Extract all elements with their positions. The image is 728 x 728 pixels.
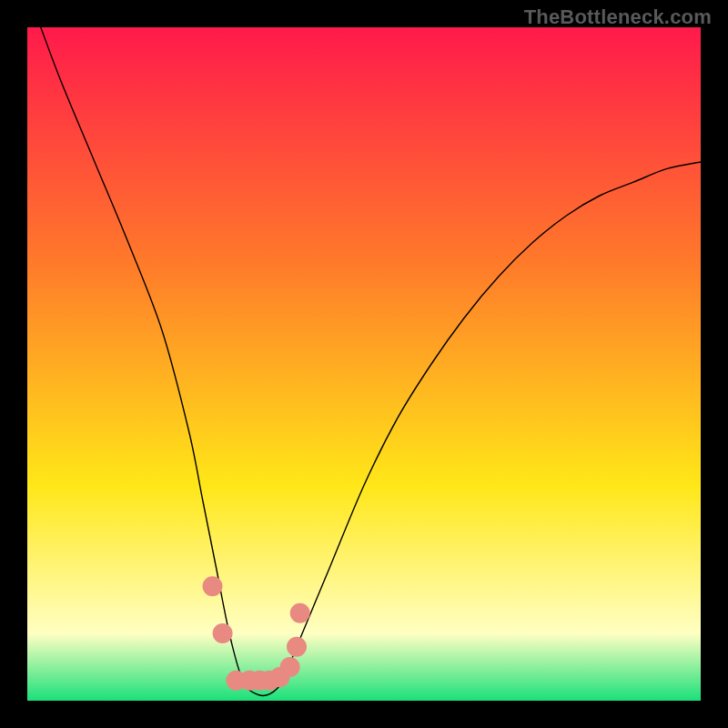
plot-area — [27, 27, 701, 701]
gradient-background — [27, 27, 701, 701]
chart-frame: TheBottleneck.com — [0, 0, 728, 728]
watermark-text: TheBottleneck.com — [524, 5, 712, 29]
chart-svg — [27, 27, 701, 701]
